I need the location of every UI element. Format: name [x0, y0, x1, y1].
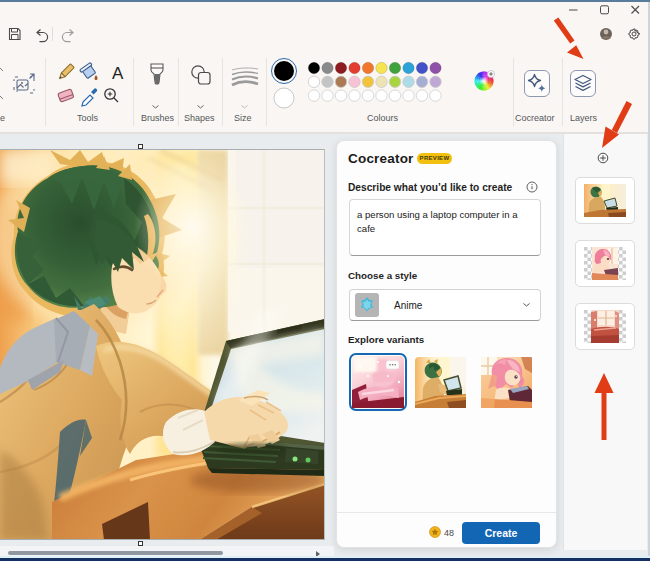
svg-text:A: A — [112, 64, 124, 83]
